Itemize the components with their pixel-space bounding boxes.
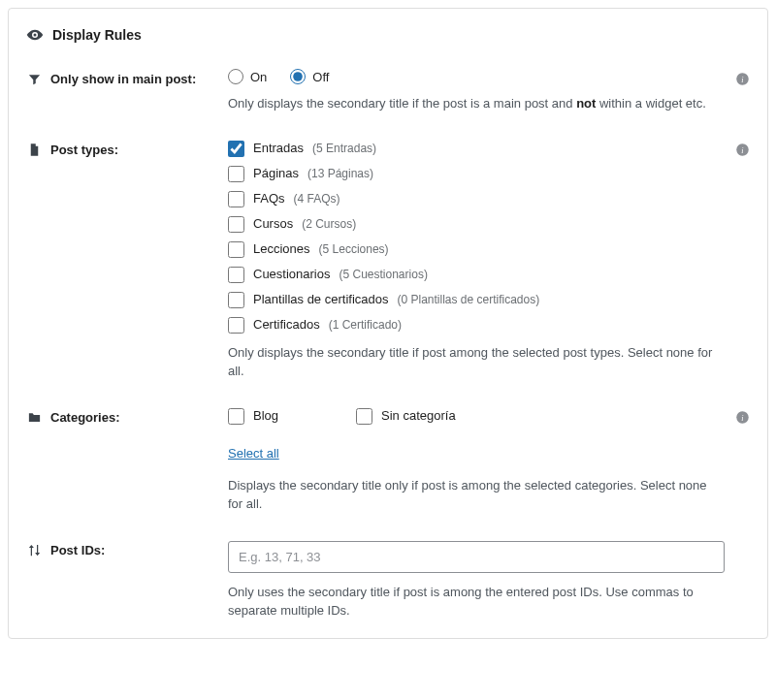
post-type-name: FAQs	[253, 191, 285, 207]
post-type-count: (13 Páginas)	[307, 167, 373, 180]
svg-text:i: i	[741, 75, 743, 83]
row-only-main: Only show in main post: On Off Only disp…	[26, 69, 750, 113]
only-main-off-label: Off	[312, 70, 329, 84]
only-main-off[interactable]: Off	[290, 69, 329, 84]
post-type-checkbox[interactable]	[228, 267, 244, 283]
page-icon	[26, 143, 42, 158]
post-type-checkbox[interactable]	[228, 191, 244, 207]
post-types-list: Entradas(5 Entradas)Páginas(13 Páginas)F…	[228, 141, 725, 334]
category-item[interactable]: Sin categoría	[356, 408, 456, 425]
post-types-desc: Only displays the secondary title if pos…	[228, 343, 725, 381]
post-type-name: Cuestionarios	[253, 267, 331, 282]
folder-icon	[26, 410, 42, 426]
row-post-types: Post types: Entradas(5 Entradas)Páginas(…	[26, 141, 750, 381]
svg-text:i: i	[741, 414, 743, 423]
only-main-desc: Only displays the secondary title if the…	[228, 94, 725, 113]
post-type-checkbox[interactable]	[228, 241, 244, 258]
post-ids-desc: Only uses the secondary title if post is…	[228, 583, 725, 620]
post-type-name: Páginas	[253, 166, 299, 181]
categories-list: BlogSin categoría	[228, 408, 725, 425]
post-types-label: Post types:	[50, 143, 118, 157]
post-type-count: (1 Certificado)	[329, 318, 402, 332]
post-type-name: Lecciones	[253, 241, 310, 257]
post-type-item[interactable]: Plantillas de certificados(0 Plantillas …	[228, 292, 725, 308]
post-type-checkbox[interactable]	[228, 317, 244, 334]
row-categories: Categories: BlogSin categoría Select all…	[26, 408, 750, 514]
info-icon[interactable]: i	[734, 410, 750, 426]
post-type-item[interactable]: Lecciones(5 Lecciones)	[228, 241, 725, 258]
post-type-name: Entradas	[253, 141, 304, 156]
eye-icon	[26, 26, 44, 44]
filter-icon	[26, 71, 42, 86]
category-checkbox[interactable]	[356, 408, 372, 425]
post-type-item[interactable]: Cursos(2 Cursos)	[228, 216, 725, 233]
only-main-on-label: On	[250, 70, 267, 84]
post-type-count: (5 Cuestionarios)	[340, 268, 428, 281]
row-post-ids: Post IDs: Only uses the secondary title …	[26, 541, 750, 620]
post-type-name: Plantillas de certificados	[253, 292, 388, 307]
categories-label: Categories:	[50, 410, 120, 425]
select-all-link[interactable]: Select all	[228, 446, 279, 461]
post-ids-label: Post IDs:	[50, 543, 105, 557]
post-type-checkbox[interactable]	[228, 166, 244, 182]
display-rules-panel: Display Rules Only show in main post: On…	[8, 8, 768, 639]
post-type-name: Cursos	[253, 216, 293, 232]
section-header: Display Rules	[26, 26, 750, 44]
categories-desc: Displays the secondary title only if pos…	[228, 476, 725, 514]
post-type-count: (4 FAQs)	[294, 192, 340, 206]
post-type-count: (0 Plantillas de certificados)	[397, 293, 539, 306]
post-type-item[interactable]: Entradas(5 Entradas)	[228, 141, 725, 157]
category-item[interactable]: Blog	[228, 408, 278, 425]
post-type-item[interactable]: Certificados(1 Certificado)	[228, 317, 725, 334]
svg-text:i: i	[741, 146, 743, 155]
category-name: Sin categoría	[381, 408, 456, 424]
post-type-checkbox[interactable]	[228, 216, 244, 233]
post-type-checkbox[interactable]	[228, 141, 244, 157]
category-checkbox[interactable]	[228, 408, 244, 425]
section-title: Display Rules	[52, 27, 142, 43]
post-type-count: (5 Lecciones)	[319, 242, 389, 256]
post-type-checkbox[interactable]	[228, 292, 244, 308]
info-icon[interactable]: i	[734, 71, 750, 86]
post-type-item[interactable]: FAQs(4 FAQs)	[228, 191, 725, 207]
only-main-label: Only show in main post:	[50, 72, 196, 86]
only-main-on-radio[interactable]	[228, 69, 243, 84]
post-ids-input[interactable]	[228, 541, 725, 573]
sort-icon	[26, 543, 42, 558]
category-name: Blog	[253, 408, 278, 424]
post-type-name: Certificados	[253, 317, 320, 333]
only-main-off-radio[interactable]	[290, 69, 306, 84]
post-type-item[interactable]: Cuestionarios(5 Cuestionarios)	[228, 267, 725, 283]
post-type-count: (5 Entradas)	[312, 142, 376, 155]
info-icon[interactable]: i	[734, 143, 750, 158]
only-main-on[interactable]: On	[228, 69, 267, 84]
post-type-item[interactable]: Páginas(13 Páginas)	[228, 166, 725, 182]
post-type-count: (2 Cursos)	[302, 217, 356, 231]
